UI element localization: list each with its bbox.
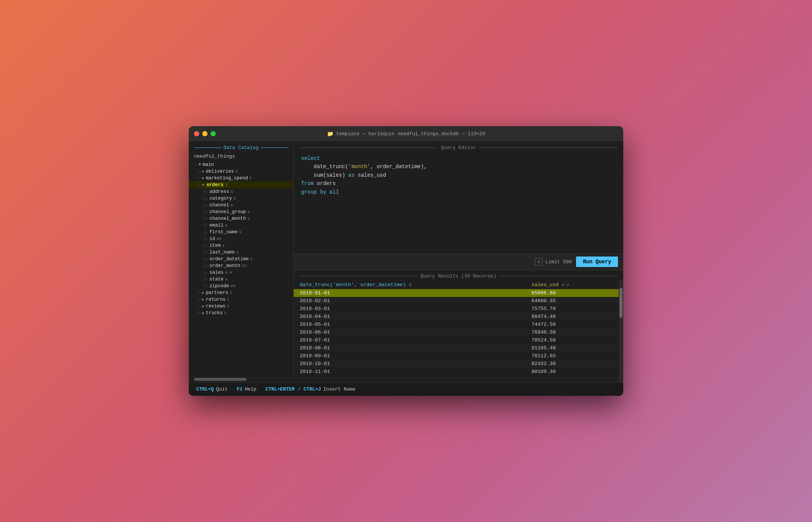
- table-cell-date: 2019-03-01: [294, 305, 525, 313]
- results-panel: Query Results (36 Records) date_trunc('m…: [294, 270, 623, 383]
- tree-item-returns[interactable]: — ► returns t: [189, 296, 293, 303]
- data-catalog-label: Data Catalog: [224, 145, 259, 151]
- right-panel: Query Editor select date_trunc('month', …: [294, 141, 623, 382]
- tree-item-last-name[interactable]: ├— last_name s: [189, 249, 293, 256]
- query-toolbar: ✕ Limit 500 Run Query: [294, 254, 623, 270]
- tree-dash: —: [198, 310, 201, 316]
- tree-item-partners[interactable]: — ► partners t: [189, 289, 293, 296]
- table-cell-sales: 76840.50: [525, 328, 619, 336]
- query-line-4: from orders: [301, 179, 616, 188]
- run-query-button[interactable]: Run Query: [576, 257, 618, 267]
- close-button[interactable]: [194, 131, 199, 136]
- chevron-right-icon: ►: [202, 170, 204, 174]
- tree-item-email[interactable]: ├— email s: [189, 222, 293, 229]
- tree-item-deliveries[interactable]: — ► deliveries t: [189, 168, 293, 175]
- query-editor-label: Query Editor: [441, 145, 476, 151]
- table-row[interactable]: 2019-07-0178524.50: [294, 336, 619, 344]
- tree-item-state[interactable]: ├— state s: [189, 276, 293, 283]
- status-item-help: F1 Help: [237, 386, 257, 392]
- sidebar-header-line-right: [261, 148, 288, 148]
- sidebar-scrollbar-area: [189, 376, 293, 382]
- query-line-3: sum(sales) as sales_usd: [301, 171, 616, 179]
- tree-item-order-datetime[interactable]: ├— order_datetime t: [189, 256, 293, 262]
- table-row[interactable]: 2019-02-0164600.35: [294, 297, 619, 305]
- sidebar-scrollbar[interactable]: [194, 378, 246, 381]
- results-label: Query Results (36 Records): [421, 273, 497, 279]
- branch-icon: ├—: [203, 243, 208, 248]
- table-cell-sales: 64600.35: [525, 297, 619, 305]
- tree-item-trucks[interactable]: — ► trucks t: [189, 310, 293, 316]
- statusbar: CTRL+Q Quit F1 Help CTRL+ENTER / CTRL+J …: [189, 382, 623, 396]
- table-cell-date: 2019-05-01: [294, 321, 525, 328]
- chevron-down-icon: ▼: [202, 183, 204, 187]
- tree-item-item[interactable]: ├— item s: [189, 242, 293, 249]
- table-row[interactable]: 2019-10-0182432.30: [294, 360, 619, 368]
- chevron-right-icon: ►: [202, 304, 204, 309]
- chevron-right-icon: ►: [202, 298, 204, 302]
- chevron-right-icon: ►: [202, 291, 204, 295]
- tree-item-zipcode[interactable]: └— zipcode ##: [189, 283, 293, 289]
- tree-item-channel-group[interactable]: ├— channel_group s: [189, 209, 293, 215]
- tree-item-channel[interactable]: ├— channel s: [189, 202, 293, 209]
- table-row[interactable]: 2019-05-0174472.50: [294, 321, 619, 328]
- table-row[interactable]: 2019-04-0168474.40: [294, 313, 619, 321]
- maximize-button[interactable]: [210, 131, 216, 136]
- sidebar-tree: — ▼ main — ► deliveries t — ► marketing_…: [189, 161, 293, 376]
- tree-item-address[interactable]: ├— address s: [189, 188, 293, 195]
- results-line-right: [499, 276, 618, 276]
- results-scrollbar-track[interactable]: [619, 280, 623, 383]
- branch-icon: ├—: [203, 230, 208, 234]
- table-cell-sales: 78524.50: [525, 336, 619, 344]
- table-row[interactable]: 2019-06-0176840.50: [294, 328, 619, 336]
- tree-item-marketing-spend[interactable]: — ► marketing_spend t: [189, 175, 293, 182]
- tree-item-order-month[interactable]: ├— order_month ts: [189, 262, 293, 269]
- table-cell-sales: 82432.30: [525, 360, 619, 368]
- tree-item-first-name[interactable]: ├— first_name s: [189, 229, 293, 236]
- limit-control: ✕ Limit 500: [535, 258, 572, 265]
- table-row[interactable]: 2019-01-0165096.80: [294, 289, 619, 297]
- titlebar: 📁 template — harlequin needful_things.du…: [189, 126, 623, 141]
- minimize-button[interactable]: [202, 131, 207, 136]
- folder-icon: 📁: [327, 131, 333, 137]
- col-header-date: date_trunc('month', order_datetime) d: [294, 280, 525, 289]
- branch-icon: ├—: [203, 250, 208, 255]
- tree-item-id[interactable]: ├— id ##: [189, 236, 293, 242]
- limit-label: Limit 500: [545, 259, 572, 265]
- table-cell-date: 2019-01-01: [294, 289, 525, 297]
- table-cell-sales: 65096.80: [525, 289, 619, 297]
- branch-icon: ├—: [203, 223, 208, 228]
- table-row[interactable]: 2019-09-0178112.65: [294, 352, 619, 360]
- table-row[interactable]: 2019-03-0175755.70: [294, 305, 619, 313]
- results-scrollbar-thumb[interactable]: [619, 288, 622, 318]
- clear-limit-button[interactable]: ✕: [535, 258, 542, 265]
- app-window: 📁 template — harlequin needful_things.du…: [189, 126, 623, 396]
- table-row[interactable]: 2019-08-0181185.40: [294, 344, 619, 352]
- titlebar-title: 📁 template — harlequin needful_things.du…: [327, 131, 485, 137]
- branch-icon: ├—: [203, 277, 208, 282]
- table-cell-sales: 68474.40: [525, 313, 619, 321]
- branch-icon: ├—: [203, 216, 208, 221]
- table-cell-sales: 80109.30: [525, 368, 619, 376]
- tree-item-reviews[interactable]: — ► reviews t: [189, 303, 293, 310]
- tree-dash: —: [198, 182, 201, 188]
- branch-icon: ├—: [203, 196, 208, 201]
- tree-item-channel-month[interactable]: ├— channel_month s: [189, 215, 293, 222]
- tree-item-orders[interactable]: — ▼ orders t: [189, 182, 293, 188]
- query-line-5: group by all: [301, 188, 616, 196]
- tree-item-sales[interactable]: ├— sales #.#: [189, 269, 293, 276]
- tree-item-main[interactable]: — ▼ main: [189, 161, 293, 168]
- results-wrapper: date_trunc('month', order_datetime) d sa…: [294, 280, 623, 383]
- tree-item-category[interactable]: ├— category s: [189, 195, 293, 202]
- branch-icon: ├—: [203, 203, 208, 207]
- query-body[interactable]: select date_trunc('month', order_datetim…: [294, 153, 623, 254]
- sidebar-header-line-left: [194, 148, 221, 148]
- table-cell-date: 2019-10-01: [294, 360, 525, 368]
- table-row[interactable]: 2019-11-0180109.30: [294, 368, 619, 376]
- sidebar-header: Data Catalog: [189, 141, 293, 153]
- branch-icon: ├—: [203, 237, 208, 241]
- table-cell-date: 2019-08-01: [294, 344, 525, 352]
- col-header-sales: sales_usd #.#: [525, 280, 619, 289]
- table-cell-date: 2019-07-01: [294, 336, 525, 344]
- table-cell-date: 2019-09-01: [294, 352, 525, 360]
- table-cell-sales: 81185.40: [525, 344, 619, 352]
